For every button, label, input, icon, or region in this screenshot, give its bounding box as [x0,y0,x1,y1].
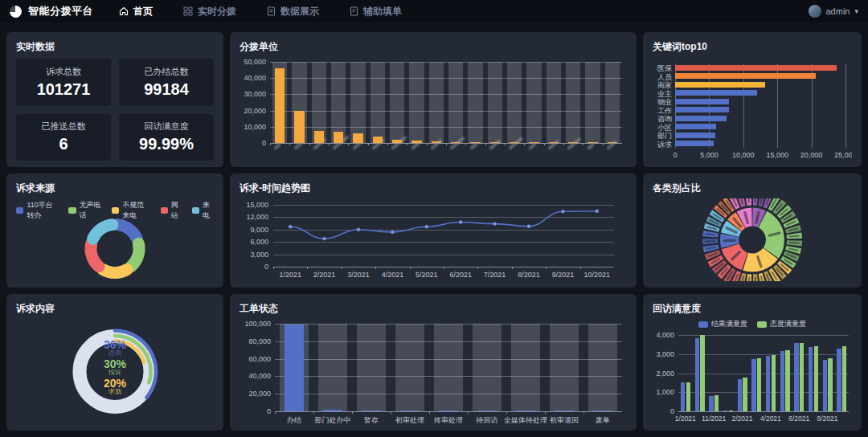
bar-background-column [511,324,540,411]
nav-item-label: 数据展示 [280,5,319,18]
legend-label: 态度满意度 [770,319,806,329]
stat-label: 诉求总数 [46,66,81,78]
stat-cards: 诉求总数 101271 已办结总数 99184 已推送总数 6 回访满意度 99… [16,59,214,161]
form-icon [350,6,358,16]
stat-card-completed: 已办结总数 99184 [119,59,214,106]
legend-item[interactable]: 结果满意度 [698,319,747,329]
panel-title: 回访满意度 [653,302,852,316]
gridline [275,324,622,325]
data-point [561,210,564,213]
legend-swatch [16,207,23,214]
bar-background-column [566,62,580,143]
bar-background-column [390,62,404,143]
bar [751,359,755,411]
bar-background-column [395,324,424,411]
data-point [459,220,462,223]
y-axis-tick-label: 1,000 [653,388,674,396]
illegible-segment-label [706,234,714,235]
bar [675,116,727,121]
bar [675,141,714,146]
legend-item[interactable]: 无声电话 [68,200,102,221]
bar [809,347,813,411]
gridline [845,63,846,148]
bar [714,395,719,411]
trend-line [290,211,597,239]
bar-background-column [350,62,365,143]
data-point [322,237,326,240]
bar [743,378,747,411]
y-axis-tick-label: 0 [240,407,271,415]
donut-segment [103,269,127,272]
y-axis-tick-label: 60,000 [240,355,271,363]
bar-background-column [588,324,617,411]
chevron-down-icon: ▾ [854,7,858,15]
x-axis-line [678,411,849,412]
y-axis-category-label: 诉求 [653,140,672,150]
nav-item-home[interactable]: 首页 [119,5,153,18]
bar [772,355,776,411]
ring-value-group: 30%投诉 [88,358,142,377]
bar-background-column [357,324,386,411]
nav-item-realtime-dispatch[interactable]: 实时分拨 [183,5,236,18]
legend-item[interactable]: 来电 [192,200,214,221]
legend-item[interactable]: 态度满意度 [757,319,806,329]
x-axis-tick-label: 8/2021 [809,415,846,423]
nav-item-label: 首页 [133,5,153,18]
data-point [391,231,394,234]
bar [800,343,804,412]
bar [681,382,685,411]
bar-background-column [468,62,482,143]
y-axis-tick-label: 4,000 [653,331,674,339]
gridline [270,127,622,128]
nav-item-data-display[interactable]: 数据展示 [267,5,319,18]
user-menu[interactable]: admin ▾ [809,5,859,18]
bar [695,338,699,411]
x-axis-tick-label: 5,000 [691,151,727,159]
gridline [270,62,622,63]
username: admin [826,6,850,16]
panel-request-content: 诉求内容 36%咨询30%投诉20%求助 [6,294,223,431]
stat-label: 回访满意度 [145,120,189,133]
x-axis-tick-label: 25,000 [828,151,852,159]
bar [675,90,757,96]
panel-category-share: 各类别占比 [643,174,862,288]
legend-item[interactable]: 110平台转办 [16,200,59,221]
grid-icon [183,6,193,16]
nav-item-assist-form[interactable]: 辅助填单 [350,5,402,18]
bar [842,346,846,411]
ring-value-group: 36%咨询 [88,339,142,357]
stat-label: 已推送总数 [42,120,86,133]
donut-segment [91,243,99,267]
illegible-segment-label [790,243,799,243]
bar [675,73,816,79]
bar-background-column [547,62,561,143]
x-axis-tick-label: 废单 [572,415,627,424]
illegible-segment-label [755,277,756,281]
main-nav: 首页 实时分拨 数据展示 辅助填单 [119,5,402,18]
legend-swatch [192,207,199,214]
donut-segment [93,225,113,239]
x-axis-line [275,411,622,412]
legend-item[interactable]: 不规范来电 [112,200,151,221]
legend-swatch [161,207,168,214]
bar-background-column [605,62,620,143]
y-axis-tick-label: 40,000 [240,372,271,380]
bar [738,379,742,411]
data-point [425,225,428,228]
y-axis-tick-label: 0 [240,139,266,147]
ring-percent: 20% [88,378,142,390]
ring-percent: 36% [88,339,142,351]
bar [314,131,325,143]
bar [675,99,729,104]
panel-title: 各类别占比 [653,182,852,195]
y-axis-tick-label: 100,000 [240,320,271,328]
legend-label: 结果满意度 [711,319,747,329]
category-sunburst-chart [653,198,852,281]
y-axis-tick-label: 2,000 [653,370,674,378]
panel-request-sources: 诉求来源 110平台转办无声电话不规范来电网站来电 [6,174,223,288]
bar-background-column [434,324,463,411]
legend-item[interactable]: 网站 [161,200,182,221]
stat-card-satisfaction: 回访满意度 99.99% [119,114,214,161]
y-axis-tick-label: 80,000 [240,337,271,345]
stat-label: 已办结总数 [145,66,189,78]
